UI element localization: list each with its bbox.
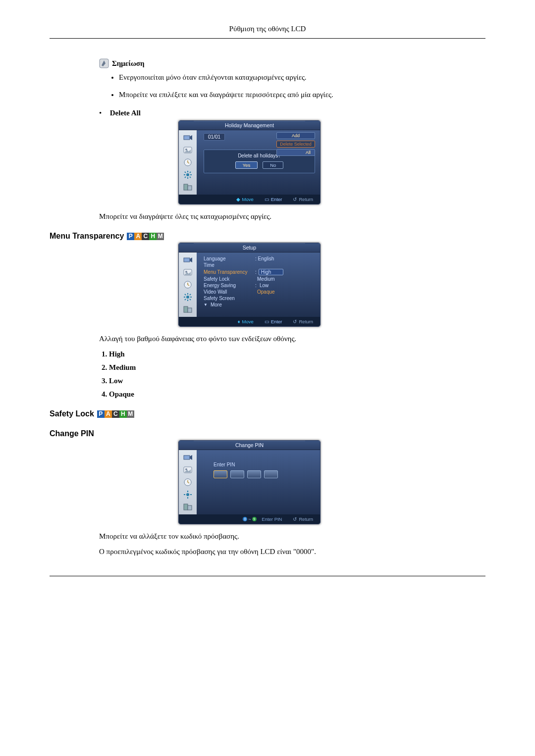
pachm-badge: PACHM [127, 233, 164, 240]
section-menu-transparency: Menu Transparency PACHM [50, 232, 485, 241]
osd-holiday-management: Holiday Management 01/01 Add Delete Sele… [178, 120, 321, 204]
holiday-date[interactable]: 01/01 [204, 133, 225, 141]
osd-sidebar-icons [179, 252, 197, 317]
pin-box[interactable] [230, 470, 244, 478]
pin-box[interactable] [247, 470, 261, 478]
picture-icon[interactable] [181, 464, 194, 475]
note-list: Ενεργοποιείται μόνο όταν επιλέγονται κατ… [119, 73, 485, 99]
pin-description-2: Ο προεπιλεγμένος κωδικός πρόσβασης για τ… [99, 548, 485, 556]
mt-option: Low [109, 377, 485, 385]
delete-selected-button[interactable]: Delete Selected [276, 141, 315, 148]
note-item: Μπορείτε να επιλέξετε και να διαγράψετε … [119, 91, 485, 99]
section-safety-lock: Safety Lock PACHM [50, 409, 485, 418]
opt-medium[interactable]: Medium [255, 276, 279, 282]
clock-icon[interactable] [181, 279, 194, 290]
svg-line-26 [190, 299, 191, 300]
note-heading: Σημείωση [99, 58, 485, 68]
svg-rect-31 [184, 455, 190, 459]
picture-icon[interactable] [181, 145, 194, 155]
svg-point-33 [185, 468, 187, 470]
svg-rect-15 [188, 186, 192, 190]
add-button[interactable]: Add [276, 132, 315, 139]
opt-low[interactable]: Low [258, 283, 281, 288]
mt-description: Αλλαγή του βαθμού διαφάνειας στο φόντο τ… [99, 335, 485, 343]
delete-all-description: Μπορείτε να διαγράψετε όλες τις καταχωρι… [99, 212, 485, 221]
delete-all-label: Delete All [110, 109, 141, 117]
svg-point-20 [186, 296, 189, 299]
clock-icon[interactable] [181, 157, 194, 168]
gear-icon[interactable] [181, 489, 194, 500]
footer-return: ↺ Return [293, 319, 313, 324]
note-icon [99, 58, 109, 68]
input-icon[interactable] [181, 132, 194, 143]
setup-row-safety-screen[interactable]: Safety Screen [204, 295, 315, 302]
note-label: Σημείωση [112, 59, 145, 68]
pin-box[interactable] [214, 470, 227, 478]
gear-icon[interactable] [181, 169, 194, 180]
pin-box[interactable] [264, 470, 278, 478]
footer-enter-pin: 0~9 Enter PIN [243, 516, 282, 522]
svg-point-35 [186, 493, 189, 496]
delete-all-row: • Delete All [99, 109, 485, 117]
osd-title: Holiday Management [179, 121, 320, 130]
svg-rect-29 [184, 306, 188, 312]
clock-icon[interactable] [181, 477, 194, 488]
input-icon[interactable] [181, 452, 194, 463]
svg-line-25 [185, 294, 186, 295]
footer-return: ↺ Return [293, 197, 313, 202]
no-button[interactable]: No [263, 161, 283, 169]
footer-move: ♦ Move [238, 319, 254, 324]
setup-row-video-wall[interactable]: Video Wall Opaque [204, 289, 315, 295]
osd-footer: 0~9 Enter PIN ↺ Return [179, 514, 320, 524]
osd-change-pin: Change PIN Enter PIN [178, 440, 321, 524]
setup-row-language[interactable]: Language : English [204, 255, 315, 262]
yes-button[interactable]: Yes [235, 161, 258, 169]
document-page: Ρύθμιση της οθόνης LCD Σημείωση Ενεργοπο… [50, 25, 485, 576]
enter-pin-label: Enter PIN [214, 462, 315, 467]
footer-return: ↺ Return [293, 516, 313, 522]
delete-all-option-button[interactable]: All [276, 149, 315, 156]
multi-icon[interactable] [181, 304, 194, 315]
page-bottom-rule [50, 576, 485, 576]
svg-line-13 [185, 177, 186, 178]
osd-footer: ◆ Move ▭ Enter ↺ Return [179, 195, 320, 204]
opt-high[interactable]: High [259, 269, 283, 275]
setup-row-safety-lock[interactable]: Safety Lock Medium [204, 276, 315, 282]
setup-row-more[interactable]: ▼More [204, 302, 315, 308]
section-change-pin: Change PIN [50, 429, 485, 438]
input-icon[interactable] [181, 254, 194, 265]
footer-move: ◆ Move [236, 197, 254, 202]
footer-enter: ▭ Enter [265, 319, 282, 324]
svg-line-10 [185, 172, 186, 173]
setup-row-energy-saving[interactable]: Energy Saving : Low [204, 282, 315, 289]
svg-rect-1 [184, 136, 190, 140]
footer-enter: ▭ Enter [265, 197, 282, 202]
setup-row-menu-transparency[interactable]: Menu Transparency : High [204, 268, 315, 276]
svg-line-27 [190, 294, 191, 295]
svg-point-18 [185, 271, 187, 273]
svg-rect-14 [184, 184, 188, 190]
osd-title: Setup [179, 243, 320, 252]
osd-setup: Setup Language : English Time [178, 243, 321, 327]
svg-point-3 [185, 149, 187, 151]
svg-line-11 [190, 177, 191, 178]
osd-footer: ♦ Move ▭ Enter ↺ Return [179, 317, 320, 326]
opt-opaque[interactable]: Opaque [255, 289, 279, 295]
osd-sidebar-icons [179, 130, 197, 195]
svg-line-28 [185, 299, 186, 300]
svg-rect-41 [188, 505, 192, 510]
svg-point-5 [186, 173, 189, 176]
multi-icon[interactable] [181, 502, 194, 512]
picture-icon[interactable] [181, 267, 194, 278]
pin-description-1: Μπορείτε να αλλάξετε τον κωδικό πρόσβαση… [99, 532, 485, 541]
page-header-title: Ρύθμιση της οθόνης LCD [50, 25, 485, 39]
pachm-badge: PACHM [97, 410, 134, 418]
setup-row-time[interactable]: Time [204, 262, 315, 268]
multi-icon[interactable] [181, 182, 194, 193]
svg-line-12 [190, 172, 191, 173]
note-item: Ενεργοποιείται μόνο όταν επιλέγονται κατ… [119, 73, 485, 82]
svg-rect-40 [184, 504, 188, 510]
osd-title: Change PIN [179, 441, 320, 450]
svg-rect-16 [184, 258, 190, 262]
gear-icon[interactable] [181, 292, 194, 302]
